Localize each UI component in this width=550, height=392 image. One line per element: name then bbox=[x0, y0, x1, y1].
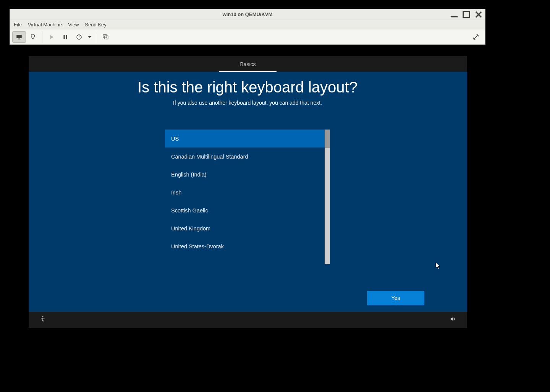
vm-window: win10 on QEMU/KVM File Virtual Machine V… bbox=[10, 9, 485, 45]
close-button[interactable] bbox=[474, 11, 483, 18]
window-title: win10 on QEMU/KVM bbox=[10, 11, 485, 17]
fullscreen-button[interactable] bbox=[469, 31, 483, 43]
layout-option[interactable]: US bbox=[165, 130, 325, 147]
layout-option[interactable]: Canadian Multilingual Standard bbox=[165, 147, 325, 165]
menu-view[interactable]: View bbox=[68, 22, 79, 28]
layout-option[interactable]: English (India) bbox=[165, 165, 325, 183]
svg-rect-3 bbox=[18, 38, 20, 39]
svg-rect-7 bbox=[66, 35, 67, 39]
menu-file[interactable]: File bbox=[14, 22, 22, 28]
power-button[interactable] bbox=[72, 31, 86, 43]
oobe-inner: Is this the right keyboard layout? If yo… bbox=[62, 72, 433, 312]
snapshots-button[interactable] bbox=[99, 31, 112, 43]
svg-rect-2 bbox=[16, 35, 22, 38]
yes-button[interactable]: Yes bbox=[367, 291, 424, 305]
layout-option[interactable]: United Kingdom bbox=[165, 219, 325, 237]
svg-point-12 bbox=[42, 316, 44, 317]
titlebar: win10 on QEMU/KVM bbox=[10, 9, 485, 20]
oobe-subheading: If you also use another keyboard layout,… bbox=[62, 100, 433, 106]
layout-option[interactable]: United States-Dvorak bbox=[165, 237, 325, 255]
accessibility-icon[interactable] bbox=[39, 316, 46, 324]
svg-rect-4 bbox=[18, 39, 21, 39]
oobe-tabstrip: Basics bbox=[29, 56, 467, 72]
guest-display: Basics Is this the right keyboard layout… bbox=[29, 56, 467, 328]
layout-option[interactable]: Scottish Gaelic bbox=[165, 201, 325, 219]
scrollbar[interactable] bbox=[325, 130, 330, 264]
svg-rect-0 bbox=[451, 16, 458, 18]
pause-button[interactable] bbox=[58, 31, 72, 43]
run-button[interactable] bbox=[45, 31, 58, 43]
scrollbar-thumb[interactable] bbox=[325, 130, 330, 148]
minimize-button[interactable] bbox=[450, 11, 458, 18]
svg-rect-11 bbox=[104, 36, 108, 39]
console-view-button[interactable] bbox=[12, 31, 26, 43]
svg-rect-10 bbox=[103, 35, 107, 38]
tab-basics[interactable]: Basics bbox=[219, 57, 276, 72]
menubar: File Virtual Machine View Send Key bbox=[10, 20, 485, 29]
svg-rect-9 bbox=[79, 34, 79, 37]
svg-rect-6 bbox=[64, 35, 65, 39]
menu-send-key[interactable]: Send Key bbox=[85, 22, 106, 28]
toolbar-separator bbox=[96, 31, 96, 43]
keyboard-layout-list[interactable]: USCanadian Multilingual StandardEnglish … bbox=[165, 130, 325, 264]
oobe-bottombar bbox=[29, 312, 467, 328]
maximize-button[interactable] bbox=[462, 11, 471, 18]
oobe-heading: Is this the right keyboard layout? bbox=[62, 79, 433, 96]
svg-rect-1 bbox=[463, 11, 470, 18]
window-controls bbox=[450, 9, 483, 20]
svg-rect-5 bbox=[32, 38, 34, 39]
toolbar bbox=[10, 29, 485, 44]
keyboard-layout-listbox: USCanadian Multilingual StandardEnglish … bbox=[165, 130, 330, 264]
menu-virtual-machine[interactable]: Virtual Machine bbox=[28, 22, 62, 28]
oobe-panel: Is this the right keyboard layout? If yo… bbox=[29, 72, 467, 312]
volume-icon[interactable] bbox=[450, 316, 456, 324]
details-view-button[interactable] bbox=[26, 31, 40, 43]
power-dropdown[interactable] bbox=[86, 31, 94, 43]
layout-option[interactable]: Irish bbox=[165, 183, 325, 201]
toolbar-separator bbox=[42, 31, 42, 43]
